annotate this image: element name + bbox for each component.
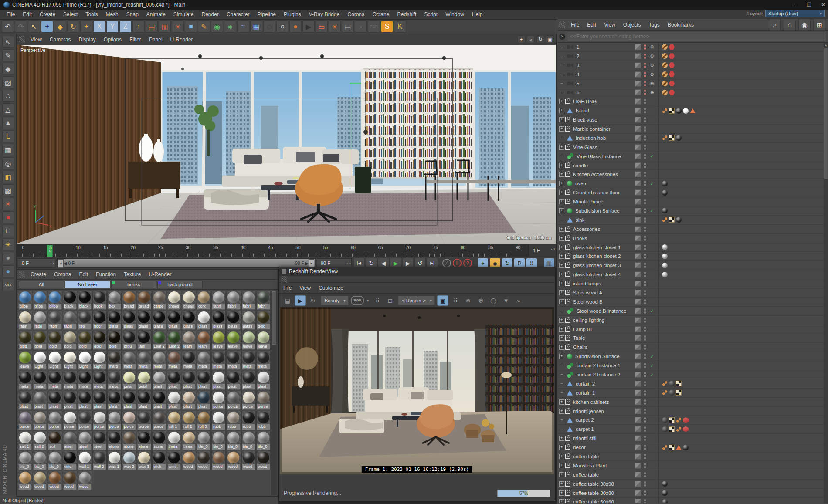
material-swatch[interactable]: glass: [107, 311, 122, 330]
material-tag-dark-icon[interactable]: [662, 208, 668, 213]
material-swatch[interactable]: wood: [78, 471, 92, 490]
layer-toggle-icon[interactable]: [635, 490, 641, 496]
material-swatch[interactable]: plast: [33, 391, 47, 410]
expand-icon[interactable]: +: [559, 117, 564, 122]
object-name[interactable]: 2: [577, 54, 579, 59]
visibility-dots-icon[interactable]: [644, 326, 646, 332]
layer-toggle-icon[interactable]: [635, 381, 641, 387]
render-picture-viewer-button[interactable]: ▥: [159, 20, 171, 33]
layer-toggle-icon[interactable]: [635, 372, 641, 378]
y-axis-lock[interactable]: Y: [106, 20, 119, 33]
cloth-tag-icon[interactable]: [669, 390, 675, 396]
expand-icon[interactable]: +: [559, 409, 564, 414]
viewport-canvas[interactable]: YX: [17, 45, 556, 244]
material-swatch[interactable]: wick: [152, 451, 166, 470]
rgb-channel-button[interactable]: RGB: [351, 296, 364, 305]
material-swatch[interactable]: roll 3: [197, 411, 211, 430]
material-swatch[interactable]: tile_0: [211, 431, 226, 450]
coordinate-system-toggle[interactable]: ↑: [132, 20, 145, 33]
menu-item-simulate[interactable]: Simulate: [170, 10, 198, 18]
layer-toggle-icon[interactable]: [635, 417, 641, 423]
om-eye-icon[interactable]: ◉: [798, 19, 811, 31]
expand-icon[interactable]: +: [559, 145, 564, 150]
menu-item-u-render[interactable]: U-Render: [145, 271, 175, 278]
material-swatch[interactable]: glass: [226, 311, 241, 330]
redshift-tag-icon[interactable]: [683, 417, 689, 423]
material-swatch[interactable]: plast: [167, 391, 181, 410]
visibility-dots-icon[interactable]: [644, 426, 646, 432]
object-name[interactable]: coffee table 98x98: [573, 481, 614, 487]
material-swatch[interactable]: leave: [241, 331, 256, 350]
material-swatch[interactable]: glass: [182, 311, 196, 330]
menu-item-view[interactable]: View: [27, 36, 46, 44]
material-swatch[interactable]: plast: [182, 371, 196, 390]
expand-icon[interactable]: +: [559, 236, 564, 241]
visibility-dots-icon[interactable]: [644, 463, 646, 469]
material-swatch[interactable]: plast: [78, 391, 92, 410]
material-swatch[interactable]: grou: [122, 331, 136, 350]
object-name[interactable]: glass kitchen closet 3: [573, 263, 621, 268]
object-row[interactable]: +Stool wood B: [557, 298, 824, 307]
snap-toggle[interactable]: ◎: [2, 157, 14, 169]
material-swatch[interactable]: plast: [122, 391, 136, 410]
timeline-ruler[interactable]: 1 051015202530354045505560657075808590: [17, 244, 528, 257]
object-name[interactable]: carpet 1: [576, 426, 594, 432]
object-row[interactable]: –Induction hob: [557, 134, 824, 143]
menu-item-mesh[interactable]: Mesh: [102, 10, 122, 18]
material-swatch[interactable]: wood: [18, 471, 32, 490]
material-swatch[interactable]: bilbe: [33, 291, 47, 310]
last-used-tool[interactable]: +: [80, 20, 92, 33]
material-tag-dark-icon[interactable]: [662, 490, 668, 496]
start-progressive-render-button[interactable]: ▶: [295, 295, 306, 306]
visibility-dots-icon[interactable]: [644, 353, 646, 359]
visibility-dots-icon[interactable]: [644, 44, 646, 50]
material-swatch[interactable]: meta: [33, 371, 47, 390]
material-swatch[interactable]: gold: [48, 331, 62, 350]
visibility-dots-icon[interactable]: [644, 281, 646, 287]
object-row[interactable]: –carpet 2: [557, 416, 824, 425]
material-swatch[interactable]: gold: [256, 311, 271, 330]
subdivision-surface-generator[interactable]: ◉: [211, 20, 223, 33]
enabled-check-icon[interactable]: ✓: [649, 154, 655, 159]
material-swatch[interactable]: Light: [48, 351, 62, 370]
enabled-check-icon[interactable]: ✓: [649, 181, 655, 186]
target-icon[interactable]: ⊕: [649, 63, 655, 68]
layer-toggle-icon[interactable]: [635, 98, 641, 105]
uvw-tag-icon[interactable]: [669, 217, 675, 223]
renderview-titlebar[interactable]: Redshift RenderView: [279, 267, 555, 276]
material-swatch[interactable]: Leaf 2: [167, 331, 181, 350]
grid-9-icon[interactable]: ⠿: [450, 295, 461, 306]
menu-item-file[interactable]: File: [3, 10, 19, 18]
object-name[interactable]: Kitchen Accessories: [573, 172, 618, 177]
snapshot-g-snowflake-icon[interactable]: ❆: [475, 295, 486, 306]
uvw-tag-icon[interactable]: [669, 417, 675, 423]
protection-tag-icon[interactable]: [662, 53, 668, 59]
object-name[interactable]: LIGHTING: [573, 99, 597, 104]
material-swatch[interactable]: cork: [197, 291, 211, 310]
material-swatch[interactable]: wood: [48, 471, 62, 490]
protection-tag-icon[interactable]: [662, 81, 668, 86]
material-swatch[interactable]: porce: [78, 411, 92, 430]
visibility-dots-icon[interactable]: [644, 53, 646, 59]
object-name[interactable]: Black vase: [573, 117, 597, 122]
material-swatch[interactable]: wood: [256, 451, 271, 470]
material-swatch[interactable]: stone: [107, 431, 122, 450]
visibility-dots-icon[interactable]: [644, 290, 646, 296]
material-swatch[interactable]: meta: [122, 351, 136, 370]
material-swatch[interactable]: meta: [48, 371, 62, 390]
material-swatch[interactable]: glass: [137, 311, 151, 330]
viewport-pan-icon[interactable]: +: [517, 35, 525, 43]
menu-item-corona[interactable]: Corona: [50, 271, 75, 278]
object-row[interactable]: +LIGHTING: [557, 97, 824, 106]
expand-icon[interactable]: +: [559, 499, 564, 503]
menu-item-edit[interactable]: Edit: [75, 271, 92, 278]
menu-item-bookmarks[interactable]: Bookmarks: [664, 21, 698, 29]
menu-item-options[interactable]: Options: [100, 36, 126, 44]
object-row[interactable]: +Minotti Prince: [557, 197, 824, 206]
target-icon[interactable]: ⊕: [649, 44, 655, 49]
menu-item-character[interactable]: Character: [223, 10, 254, 18]
material-swatch[interactable]: meta: [18, 371, 32, 390]
material-swatch[interactable]: Light: [92, 351, 107, 370]
drag-handle-icon[interactable]: [281, 276, 287, 283]
om-home-icon[interactable]: ⌂: [784, 19, 796, 31]
